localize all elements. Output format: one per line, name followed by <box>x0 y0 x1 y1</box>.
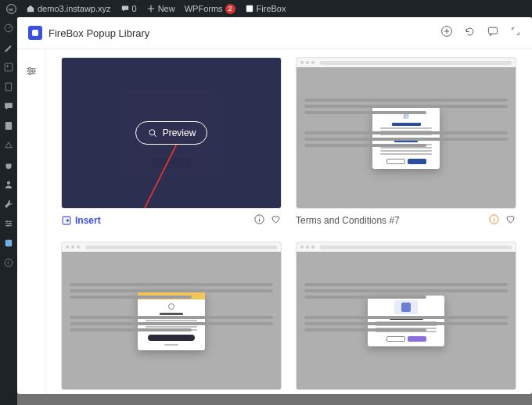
wp-comments-count: 0 <box>132 4 137 13</box>
template-card-3 <box>61 242 282 390</box>
wp-firebox[interactable]: FireBox <box>242 4 289 13</box>
wp-wpforms[interactable]: WPForms 2 <box>182 4 239 14</box>
sidebar-collapse[interactable] <box>3 256 15 268</box>
sidebar-wpforms[interactable] <box>3 120 15 131</box>
preview-button[interactable]: Preview <box>135 121 208 145</box>
svg-rect-5 <box>6 83 12 91</box>
favorite-icon[interactable] <box>270 213 282 228</box>
favorite-icon[interactable] <box>505 213 516 228</box>
svg-point-9 <box>9 222 11 224</box>
svg-point-17 <box>28 73 31 75</box>
wp-logo[interactable] <box>3 4 20 14</box>
popup-library-modal: FireBox Popup Library <box>17 17 532 394</box>
modal-header: FireBox Popup Library <box>17 17 532 49</box>
svg-point-10 <box>7 224 9 226</box>
svg-point-7 <box>7 181 10 184</box>
wp-site-name: demo3.instawp.xyz <box>38 4 111 13</box>
svg-point-8 <box>6 220 8 222</box>
add-button[interactable] <box>440 25 453 41</box>
wp-wpforms-label: WPForms <box>185 4 223 13</box>
sidebar-appearance[interactable] <box>3 139 15 151</box>
svg-rect-11 <box>5 239 12 246</box>
wp-wpforms-badge: 2 <box>225 4 235 14</box>
preview-label: Preview <box>163 127 196 138</box>
template-card-1: Preview Insert <box>61 57 282 228</box>
svg-rect-1 <box>246 5 252 12</box>
modal-title: FireBox Popup Library <box>49 27 149 39</box>
svg-rect-6 <box>5 122 12 130</box>
svg-point-15 <box>28 67 31 70</box>
svg-rect-3 <box>5 63 13 71</box>
svg-rect-14 <box>488 27 497 34</box>
svg-point-0 <box>7 4 16 13</box>
info-icon[interactable] <box>253 213 265 228</box>
sidebar-firebox[interactable] <box>3 237 15 249</box>
sidebar-pages[interactable] <box>3 81 15 92</box>
template-thumb-3[interactable] <box>61 242 282 390</box>
sidebar-posts[interactable] <box>3 41 15 53</box>
sidebar-dashboard[interactable] <box>3 22 15 34</box>
svg-point-18 <box>149 130 154 135</box>
wp-admin-sidebar <box>0 17 17 405</box>
template-card-4 <box>296 242 516 390</box>
template-thumb-1[interactable]: Preview <box>61 57 282 209</box>
svg-point-4 <box>7 65 9 66</box>
wp-comments[interactable]: 0 <box>117 4 140 13</box>
sidebar-settings[interactable] <box>3 217 15 229</box>
insert-label: Insert <box>75 215 101 226</box>
insert-button[interactable]: Insert <box>61 215 101 226</box>
svg-point-12 <box>5 259 13 267</box>
wp-new-label: New <box>158 4 175 13</box>
expand-button[interactable] <box>510 26 521 40</box>
chat-button[interactable] <box>487 25 499 41</box>
firebox-icon <box>28 26 42 40</box>
wp-firebox-label: FireBox <box>257 4 286 13</box>
filter-icon[interactable] <box>25 65 38 81</box>
wp-site-link[interactable]: demo3.instawp.xyz <box>23 4 114 13</box>
template-thumb-4[interactable] <box>296 242 516 390</box>
template-title-2: Terms and Conditions #7 <box>296 215 400 226</box>
svg-point-16 <box>31 70 34 73</box>
wp-new[interactable]: New <box>143 4 178 13</box>
template-card-2: Terms and Conditions #7 <box>296 57 516 228</box>
sidebar-tools[interactable] <box>3 198 15 210</box>
sidebar-users[interactable] <box>3 178 15 190</box>
sidebar-comments[interactable] <box>3 100 15 112</box>
refresh-button[interactable] <box>464 26 476 41</box>
sidebar-media[interactable] <box>3 61 15 73</box>
sidebar-plugins[interactable] <box>3 159 15 170</box>
info-icon[interactable] <box>488 213 500 228</box>
filter-rail <box>17 49 45 394</box>
template-thumb-2[interactable] <box>296 57 516 209</box>
